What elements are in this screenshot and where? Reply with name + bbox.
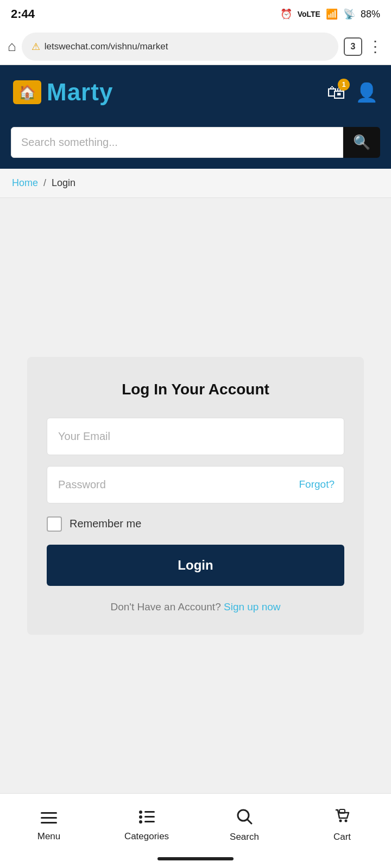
browser-tab-count[interactable]: 3 [344, 37, 362, 56]
remember-me-row: Remember me [47, 516, 344, 532]
no-account-text: Don't Have an Account? [110, 601, 220, 612]
svg-rect-6 [144, 816, 155, 818]
alarm-icon: ⏰ [280, 8, 292, 20]
home-indicator [157, 857, 234, 860]
warning-icon: ⚠ [31, 41, 40, 53]
breadcrumb: Home / Login [0, 169, 391, 198]
nav-label-cart: Cart [333, 832, 351, 843]
search-section: Search something... 🔍 [0, 119, 391, 169]
cart-icon-wrapper[interactable]: 🛍 1 [327, 82, 345, 103]
bottom-nav: Menu Categories Search [0, 793, 391, 853]
nav-label-menu: Menu [37, 831, 61, 842]
svg-point-7 [139, 820, 142, 824]
menu-icon [41, 809, 57, 828]
logo-text: Marty [47, 79, 113, 106]
login-card: Log In Your Account Forgot? Remember me … [27, 357, 364, 635]
lte-icon: VoLTE [298, 10, 320, 18]
signup-link[interactable]: Sign up now [224, 601, 281, 612]
password-wrapper: Forgot? [47, 466, 344, 503]
battery-indicator: 88% [361, 9, 380, 20]
svg-rect-0 [41, 812, 57, 814]
browser-bar: ⌂ ⚠ letswechat.com/vishnu/market 3 ⋮ [0, 28, 391, 65]
browser-home-icon[interactable]: ⌂ [8, 38, 16, 55]
signup-text: Don't Have an Account? Sign up now [47, 601, 344, 613]
svg-point-11 [339, 820, 342, 822]
remember-label: Remember me [70, 518, 141, 530]
nav-item-search[interactable]: Search [195, 808, 293, 843]
search-button[interactable]: 🔍 [343, 127, 380, 158]
nav-item-menu[interactable]: Menu [0, 809, 98, 842]
status-icons: ⏰ VoLTE 📶 📡 88% [280, 8, 380, 20]
breadcrumb-home-link[interactable]: Home [12, 177, 38, 189]
breadcrumb-current: Login [52, 177, 75, 189]
browser-url-text: letswechat.com/vishnu/market [45, 41, 168, 52]
breadcrumb-separator: / [43, 177, 46, 189]
svg-rect-8 [144, 821, 155, 822]
svg-point-12 [345, 820, 348, 822]
email-form-group [47, 418, 344, 455]
app-header: 🏠 Marty 🛍 1 👤 [0, 65, 391, 119]
svg-rect-4 [144, 811, 155, 813]
categories-icon [138, 809, 155, 828]
nav-item-cart[interactable]: Cart [293, 808, 391, 843]
search-input-wrapper[interactable]: Search something... [11, 127, 343, 158]
svg-rect-2 [41, 822, 57, 824]
svg-point-5 [139, 815, 142, 819]
logo-container: 🏠 Marty [13, 79, 113, 106]
browser-url-bar[interactable]: ⚠ letswechat.com/vishnu/market [22, 33, 338, 61]
cart-badge: 1 [338, 79, 350, 91]
login-title: Log In Your Account [47, 381, 344, 398]
search-button-icon: 🔍 [353, 134, 370, 151]
nav-label-search: Search [230, 832, 259, 843]
bottom-indicator [0, 853, 391, 868]
search-icon [236, 808, 253, 828]
header-actions: 🛍 1 👤 [327, 81, 378, 103]
email-input[interactable] [47, 418, 344, 455]
svg-point-3 [139, 810, 142, 814]
signal-icon: 📡 [343, 8, 355, 20]
search-input-placeholder: Search something... [21, 136, 118, 149]
status-time: 2:44 [11, 7, 35, 21]
logo-icon: 🏠 [13, 80, 41, 104]
svg-rect-1 [41, 817, 57, 819]
svg-line-10 [248, 820, 251, 824]
status-bar: 2:44 ⏰ VoLTE 📶 📡 88% [0, 0, 391, 28]
nav-item-categories[interactable]: Categories [98, 809, 195, 842]
forgot-link[interactable]: Forgot? [299, 478, 335, 490]
nav-label-categories: Categories [124, 831, 169, 842]
login-button[interactable]: Login [47, 545, 344, 586]
remember-checkbox[interactable] [47, 516, 62, 532]
cart-nav-icon [334, 808, 350, 828]
page-content: Log In Your Account Forgot? Remember me … [0, 198, 391, 793]
user-icon[interactable]: 👤 [355, 81, 378, 103]
wifi-icon: 📶 [326, 8, 338, 20]
password-form-group: Forgot? [47, 466, 344, 503]
browser-menu-icon[interactable]: ⋮ [368, 37, 383, 55]
